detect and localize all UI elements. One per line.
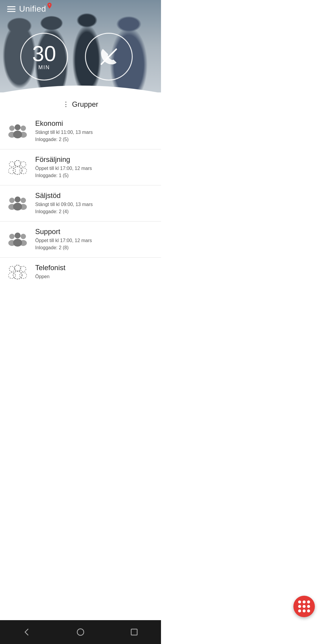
group-icon-solid [8,232,27,247]
phone-slash-icon [97,45,121,69]
header-left: Unified [7,4,52,14]
svg-point-20 [9,234,15,239]
logo-pin-icon [47,3,52,11]
group-info: Support Öppet till kl 17:00, 12 marsInlo… [35,227,154,251]
svg-point-8 [9,162,15,167]
group-list: Ekonomi Stängt till kl 11:00, 13 marsInl… [0,113,161,286]
svg-point-12 [15,160,21,166]
groups-title: Grupper [72,100,98,109]
group-name: Säljstöd [35,191,154,200]
app-logo: Unified [19,4,52,14]
svg-point-22 [21,234,26,239]
group-icon-dashed [8,264,27,280]
timer-number: 30 [32,43,56,64]
svg-point-4 [21,126,26,131]
group-info: Telefonist Öppen [35,264,154,280]
group-name: Ekonomi [35,119,154,128]
app-header: Unified Dolt [0,0,161,18]
svg-point-24 [15,233,21,239]
group-icon-wrap [7,264,28,280]
group-info: Säljstöd Stängt till kl 09:00, 13 marsIn… [35,191,154,215]
group-icon-wrap [7,160,28,175]
group-status: Stängt till kl 11:00, 13 marsInloggade: … [35,129,154,143]
group-status: Öppet till kl 17:00, 12 marsInloggade: 2… [35,237,154,251]
group-list-item[interactable]: Support Öppet till kl 17:00, 12 marsInlo… [0,222,161,258]
groups-header: ⋮ Grupper [0,95,161,113]
group-list-item[interactable]: Telefonist Öppen [0,258,161,286]
group-list-item[interactable]: Ekonomi Stängt till kl 11:00, 13 marsInl… [0,113,161,149]
group-icon-wrap [7,196,28,211]
svg-point-19 [13,203,22,210]
group-icon-dashed [8,160,27,175]
hero-wave [0,78,161,92]
svg-point-18 [15,196,21,202]
group-info: Försäljning Öppet till kl 17:00, 12 mars… [35,155,154,179]
svg-point-2 [9,126,15,131]
group-name: Telefonist [35,264,154,272]
group-icon-wrap [7,232,28,247]
group-icon-solid [8,196,27,211]
menu-button[interactable] [7,6,16,12]
group-name: Support [35,227,154,236]
group-info: Ekonomi Stängt till kl 11:00, 13 marsInl… [35,119,154,143]
group-status: Öppet till kl 17:00, 12 marsInloggade: 1… [35,165,154,179]
svg-point-30 [15,265,21,271]
phone-slash-button[interactable] [85,33,133,80]
svg-point-7 [13,131,22,138]
group-name: Försäljning [35,155,154,164]
svg-point-26 [9,266,15,272]
app-name: Unified [19,4,46,14]
svg-point-28 [21,266,26,272]
group-icon-wrap [7,123,28,139]
svg-point-6 [15,124,21,130]
svg-point-10 [21,162,26,167]
group-status: Öppen [35,273,154,280]
timer-circle[interactable]: 30 MIN [20,33,68,80]
group-list-item[interactable]: Försäljning Öppet till kl 17:00, 12 mars… [0,149,161,185]
groups-menu-icon[interactable]: ⋮ [63,100,69,108]
group-status: Stängt till kl 09:00, 13 marsInloggade: … [35,201,154,215]
svg-point-25 [13,239,22,247]
group-list-item[interactable]: Säljstöd Stängt till kl 09:00, 13 marsIn… [0,185,161,222]
content-area: ⋮ Grupper Ekonomi Stängt till kl 11:00, … [0,92,161,286]
svg-point-14 [9,198,15,203]
svg-point-9 [8,168,16,174]
group-icon-solid [8,123,27,139]
svg-point-27 [8,273,16,278]
svg-point-16 [21,198,26,203]
timer-unit: MIN [38,64,50,71]
